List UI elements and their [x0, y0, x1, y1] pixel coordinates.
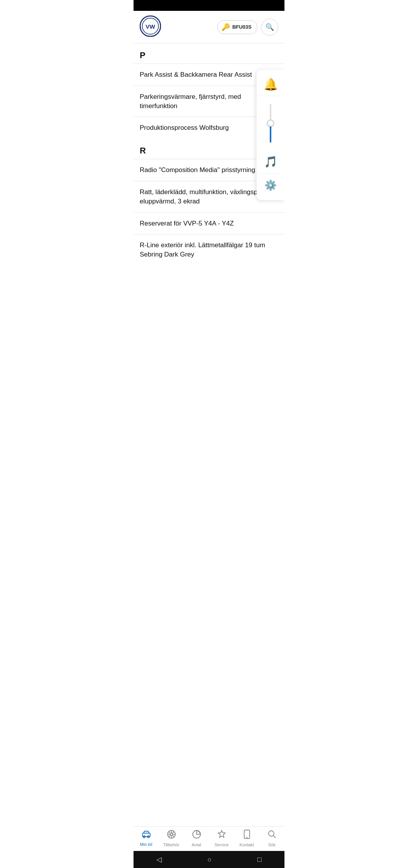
section-p-header: P: [134, 43, 284, 64]
slider-thumb[interactable]: [267, 120, 274, 127]
settings-icon: ⚙️: [264, 179, 277, 191]
side-panel: 🔔 🎵 ⚙️: [257, 70, 284, 200]
list-item: R-Line exteriör inkl. Lättmetallfälgar 1…: [134, 234, 284, 265]
vw-logo: VW: [140, 16, 161, 38]
bell-icon: 🔔: [264, 78, 278, 91]
car-key-icon: 🔑: [221, 23, 230, 31]
app-header: VW 🔑 BFU03S 🔍: [134, 11, 284, 43]
content-area: 🔔 🎵 ⚙️ P Park Assist & Backkamera Rear A…: [134, 43, 284, 316]
car-key-label: BFU03S: [232, 24, 252, 30]
volume-slider-container: [270, 96, 271, 150]
settings-button[interactable]: ⚙️: [259, 174, 282, 197]
music-icon: 🎵: [264, 155, 278, 168]
svg-text:VW: VW: [146, 23, 155, 30]
header-right: 🔑 BFU03S 🔍: [217, 19, 278, 36]
search-button[interactable]: 🔍: [261, 19, 278, 36]
bell-button[interactable]: 🔔: [259, 73, 282, 96]
search-icon: 🔍: [266, 23, 274, 31]
car-key-button[interactable]: 🔑 BFU03S: [217, 20, 257, 34]
list-item: Reserverat för VVP-5 Y4A - Y4Z: [134, 212, 284, 234]
status-bar: [134, 0, 284, 11]
music-button[interactable]: 🎵: [259, 150, 282, 174]
slider-track[interactable]: [270, 104, 271, 143]
